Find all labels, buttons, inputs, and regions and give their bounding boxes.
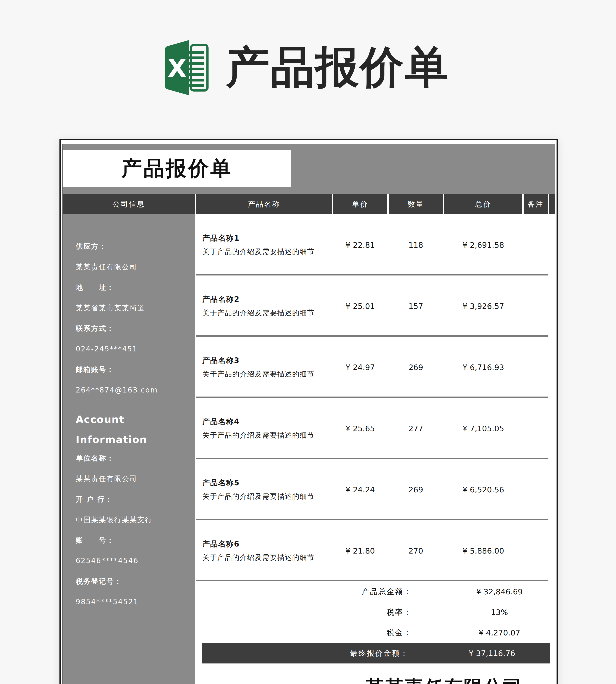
product-desc: 关于产品的介绍及需要描述的细节 <box>202 308 332 318</box>
footer-company-name: 某某责任有限公司 <box>365 675 515 684</box>
account-heading-line1: Account <box>76 410 146 429</box>
final-quote-value: ¥ 37,116.76 <box>438 649 545 658</box>
table-row: 产品名称6 关于产品的介绍及需要描述的细节 ¥ 21.80 270 ¥ 5,88… <box>196 520 555 581</box>
email-value: 264**874@163.com <box>76 386 195 394</box>
contact-label: 联系方式： <box>76 324 195 333</box>
product-unit-price: ¥ 25.65 <box>333 424 387 433</box>
address-value: 某某省某市某某街道 <box>76 304 195 312</box>
product-desc: 关于产品的介绍及需要描述的细节 <box>202 431 332 440</box>
summary-row-tax-rate: 税率： 13% <box>196 602 555 622</box>
product-total: ¥ 6,716.93 <box>444 363 522 372</box>
table-row: 产品名称2 关于产品的介绍及需要描述的细节 ¥ 25.01 157 ¥ 3,92… <box>196 275 555 337</box>
excel-icon: X <box>162 38 214 98</box>
tax-amount-label: 税金： <box>196 628 412 638</box>
tax-registration-value: 9854****54521 <box>76 598 195 606</box>
product-qty: 269 <box>389 363 443 372</box>
sheet-banner: 产品报价单 <box>63 144 555 194</box>
product-unit-price: ¥ 24.97 <box>333 363 387 372</box>
tax-rate-label: 税率： <box>196 607 412 617</box>
product-qty: 157 <box>389 302 443 311</box>
subtotal-value: ¥ 32,846.69 <box>446 587 553 596</box>
email-label: 邮箱账号： <box>76 365 195 374</box>
product-total: ¥ 2,691.58 <box>444 241 522 249</box>
column-header-extra <box>549 194 555 214</box>
product-name: 产品名称4 <box>202 417 332 427</box>
content-left-gridline <box>63 144 63 684</box>
product-qty: 270 <box>389 547 443 555</box>
quotation-sheet: 产品报价单 公司信息 产品名称 单价 数量 总价 备注 供应方： 某某责任有限公… <box>60 139 558 684</box>
table-row: 产品名称4 关于产品的介绍及需要描述的细节 ¥ 25.65 277 ¥ 7,10… <box>196 398 555 459</box>
product-total: ¥ 3,926.57 <box>444 302 522 311</box>
product-total: ¥ 5,886.00 <box>444 547 522 555</box>
product-unit-price: ¥ 21.80 <box>333 547 387 555</box>
svg-text:X: X <box>168 53 187 83</box>
column-header-total: 总价 <box>444 194 522 214</box>
column-header-notes: 备注 <box>524 194 548 214</box>
table-row: 产品名称3 关于产品的介绍及需要描述的细节 ¥ 24.97 269 ¥ 6,71… <box>196 337 555 398</box>
product-unit-price: ¥ 25.01 <box>333 302 387 311</box>
product-desc: 关于产品的介绍及需要描述的细节 <box>202 492 332 501</box>
account-heading-line2: Information <box>76 429 146 449</box>
tax-registration-label: 税务登记号： <box>76 577 195 586</box>
supplier-value: 某某责任有限公司 <box>76 263 195 271</box>
company-info-sidebar: 供应方： 某某责任有限公司 地 址： 某某省某市某某街道 联系方式： 024-2… <box>63 214 195 684</box>
product-table-body: 产品名称1 关于产品的介绍及需要描述的细节 ¥ 22.81 118 ¥ 2,69… <box>196 214 555 684</box>
tax-rate-value: 13% <box>446 608 553 617</box>
sheet-title: 产品报价单 <box>122 155 233 183</box>
supplier-label: 供应方： <box>76 242 195 251</box>
bank-value: 中国某某银行某某支行 <box>76 515 195 524</box>
tax-amount-value: ¥ 4,270.07 <box>446 628 553 637</box>
summary-row-tax-amount: 税金： ¥ 4,270.07 <box>196 622 555 643</box>
summary-row-subtotal: 产品总金额： ¥ 32,846.69 <box>196 581 555 602</box>
product-unit-price: ¥ 22.81 <box>333 241 387 249</box>
table-row: 产品名称5 关于产品的介绍及需要描述的细节 ¥ 24.24 269 ¥ 6,52… <box>196 459 555 520</box>
hero-title: 产品报价单 <box>226 36 449 98</box>
contact-value: 024-245***451 <box>76 345 195 353</box>
product-name: 产品名称3 <box>202 355 332 366</box>
final-quote-label: 最终报价金额： <box>202 648 409 658</box>
column-header-qty: 数量 <box>389 194 443 214</box>
product-desc: 关于产品的介绍及需要描述的细节 <box>202 247 332 257</box>
product-total: ¥ 7,105.05 <box>444 424 522 433</box>
product-total: ¥ 6,520.56 <box>444 485 522 494</box>
product-unit-price: ¥ 24.24 <box>333 485 387 494</box>
unit-name-label: 单位名称： <box>76 454 195 462</box>
unit-name-value: 某某责任有限公司 <box>76 475 195 483</box>
table-header-row: 公司信息 产品名称 单价 数量 总价 备注 <box>63 194 555 214</box>
column-header-product: 产品名称 <box>196 194 332 214</box>
table-row: 产品名称1 关于产品的介绍及需要描述的细节 ¥ 22.81 118 ¥ 2,69… <box>196 214 555 275</box>
sheet-title-box: 产品报价单 <box>63 150 291 187</box>
product-qty: 277 <box>389 424 443 433</box>
product-name: 产品名称2 <box>202 294 332 304</box>
product-qty: 269 <box>389 485 443 494</box>
account-number-value: 62546****4546 <box>76 556 195 565</box>
bank-label: 开 户 行： <box>76 495 195 504</box>
account-information-heading: Account Information <box>76 410 146 449</box>
product-name: 产品名称6 <box>202 539 332 549</box>
column-header-unit-price: 单价 <box>333 194 387 214</box>
column-header-company: 公司信息 <box>63 194 195 214</box>
subtotal-label: 产品总金额： <box>196 587 412 597</box>
quotation-template-preview: X 产品报价单 产品报价单 公司信息 产品名称 单价 数量 总价 备注 <box>0 0 616 684</box>
final-quote-bar: 最终报价金额： ¥ 37,116.76 <box>202 643 550 663</box>
address-label: 地 址： <box>76 283 195 292</box>
account-number-label: 账 号： <box>76 536 195 545</box>
product-name: 产品名称1 <box>202 233 332 243</box>
product-desc: 关于产品的介绍及需要描述的细节 <box>202 369 332 379</box>
product-qty: 118 <box>389 241 443 249</box>
product-name: 产品名称5 <box>202 478 332 488</box>
product-desc: 关于产品的介绍及需要描述的细节 <box>202 553 332 562</box>
